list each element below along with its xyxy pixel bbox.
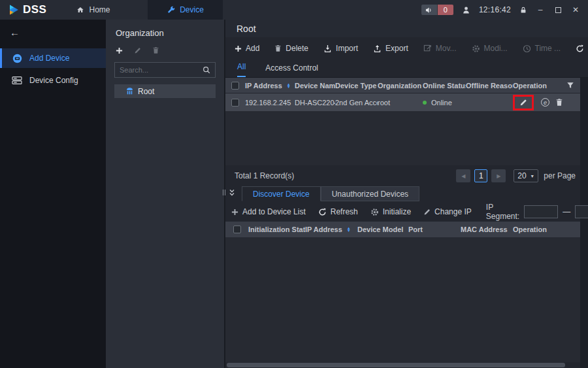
export-button[interactable]: Export	[373, 44, 408, 53]
alarm-sound-control[interactable]: 0	[421, 5, 453, 15]
back-button[interactable]: ←	[0, 20, 106, 44]
alarm-count-badge[interactable]: 0	[437, 5, 453, 15]
modify-button[interactable]: Modi...	[472, 44, 508, 53]
move-button[interactable]: Mov...	[423, 44, 457, 53]
discover-refresh-button[interactable]: Refresh	[318, 207, 358, 216]
pagination-bar: Total 1 Record(s) ◀ 1 ▶ 20 ▼ per Page	[225, 165, 588, 186]
select-all-checkbox[interactable]	[231, 82, 239, 90]
discover-toolbar: Add to Device List Refresh Initialize Ch…	[225, 202, 588, 222]
row-checkbox[interactable]	[231, 99, 239, 107]
tab-device[interactable]: Device	[148, 0, 223, 20]
sidebar-item-label: Add Device	[29, 54, 69, 63]
clock-icon	[523, 44, 531, 53]
discover-table-empty-area	[225, 237, 580, 362]
initialize-button[interactable]: Initialize	[370, 207, 411, 216]
dss-logo-icon	[8, 4, 20, 16]
minimize-button[interactable]: –	[536, 5, 545, 15]
sort-icon[interactable]: ▲▼	[347, 227, 351, 232]
col-ip-address[interactable]: IP Address▲▼	[245, 82, 295, 90]
initialize-label: Initialize	[383, 207, 411, 216]
tab-access-control[interactable]: Access Control	[265, 63, 318, 77]
current-page-button[interactable]: 1	[474, 169, 487, 182]
import-button[interactable]: Import	[323, 44, 358, 53]
cell-ip: 192.168.2.245	[245, 99, 295, 107]
device-table-empty-area	[225, 111, 580, 165]
refresh-icon	[318, 208, 327, 216]
org-delete-button[interactable]	[152, 46, 159, 54]
left-sidebar: ← Add Device Device Config	[0, 20, 106, 368]
col-online-status[interactable]: Online Status▼	[423, 82, 466, 90]
device-config-icon	[11, 76, 23, 85]
refresh-button[interactable]: Refr...	[576, 44, 588, 53]
edit-device-icon[interactable]	[519, 99, 527, 107]
splitter-grip[interactable]	[223, 190, 225, 195]
org-tree-node-root[interactable]: Root	[114, 84, 216, 98]
col-initialization-status[interactable]: Initialization Status▲▼	[248, 226, 305, 233]
tab-discover-device[interactable]: Discover Device	[242, 186, 321, 201]
add-button[interactable]: Add	[235, 44, 259, 53]
delete-device-icon[interactable]	[555, 98, 563, 107]
refresh-icon	[576, 44, 584, 53]
col-device-type[interactable]: Device Type▼	[335, 82, 378, 90]
speaker-icon[interactable]	[421, 5, 437, 15]
delete-button[interactable]: Delete	[274, 44, 308, 53]
organization-panel: Organization	[106, 20, 225, 368]
export-button-label: Export	[385, 44, 408, 53]
org-search-input[interactable]	[120, 66, 199, 74]
col-device-model[interactable]: Device Model	[357, 226, 408, 233]
maximize-button[interactable]	[553, 5, 563, 15]
delete-button-label: Delete	[286, 44, 308, 53]
sidebar-item-device-config[interactable]: Device Config	[0, 71, 106, 90]
main-panel: Root Add Delete Import Export	[225, 20, 588, 368]
sidebar-item-add-device[interactable]: Add Device	[0, 48, 106, 68]
app-logo-text: DSS	[23, 3, 46, 16]
sort-icon[interactable]: ▲▼	[287, 83, 291, 88]
export-icon	[373, 44, 382, 53]
close-button[interactable]: ✕	[571, 5, 580, 15]
tab-home[interactable]: Home	[69, 0, 118, 20]
tab-unauthorized-devices[interactable]: Unauthorized Devices	[321, 186, 419, 201]
horizontal-scrollbar[interactable]	[225, 362, 580, 368]
col-operation: Operation	[513, 82, 561, 90]
discover-table-header: Initialization Status▲▼ IP Address▲▼ Dev…	[225, 222, 580, 237]
dropdown-caret-icon: ▼	[530, 174, 534, 178]
col-ip-address[interactable]: IP Address▲▼	[305, 226, 357, 233]
org-add-button[interactable]	[116, 47, 123, 54]
tab-home-label: Home	[89, 5, 110, 14]
col-organization[interactable]: Organization	[378, 82, 423, 90]
lock-icon[interactable]	[519, 6, 527, 14]
org-search-box[interactable]	[114, 62, 216, 78]
range-dash: —	[563, 207, 570, 216]
col-port: Port	[408, 226, 461, 233]
dss-app: DSS Home Device 0 12:16:42	[0, 0, 588, 368]
device-toolbar: Add Delete Import Export Mov...	[225, 37, 588, 59]
page-size-select[interactable]: 20 ▼	[514, 169, 538, 182]
change-ip-button[interactable]: Change IP	[423, 207, 472, 216]
collapse-panel-icon[interactable]	[229, 188, 235, 197]
horizontal-scrollbar-thumb[interactable]	[227, 363, 565, 367]
add-to-device-list-label: Add to Device List	[242, 207, 306, 216]
time-sync-button-label: Time ...	[535, 44, 561, 53]
ip-segment-start-input[interactable]	[524, 205, 558, 218]
ip-segment-end-input[interactable]	[575, 205, 588, 218]
search-icon[interactable]	[203, 66, 210, 74]
record-count: Total 1 Record(s)	[235, 171, 294, 180]
user-icon[interactable]	[462, 6, 470, 14]
device-web-icon[interactable]: e	[541, 98, 549, 107]
select-all-checkbox[interactable]	[233, 226, 241, 233]
next-page-button[interactable]: ▶	[491, 169, 506, 182]
annotation-highlight-edit	[513, 95, 534, 110]
import-button-label: Import	[336, 44, 358, 53]
tab-all[interactable]: All	[237, 62, 246, 77]
org-tree-node-label: Root	[138, 87, 154, 96]
time-sync-button[interactable]: Time ...	[523, 44, 561, 53]
add-to-device-list-button[interactable]: Add to Device List	[231, 207, 306, 216]
device-table-row[interactable]: 192.168.2.245 DH-ASC2204... 2nd Gen Acce…	[225, 93, 580, 111]
per-page-label: per Page	[544, 171, 576, 180]
filter-icon[interactable]	[561, 82, 580, 90]
prev-page-button[interactable]: ◀	[456, 169, 470, 182]
org-edit-button[interactable]	[134, 47, 141, 54]
col-device-name[interactable]: Device Name	[295, 82, 335, 90]
gear-icon	[472, 44, 480, 53]
panel-splitter[interactable]	[223, 186, 238, 197]
